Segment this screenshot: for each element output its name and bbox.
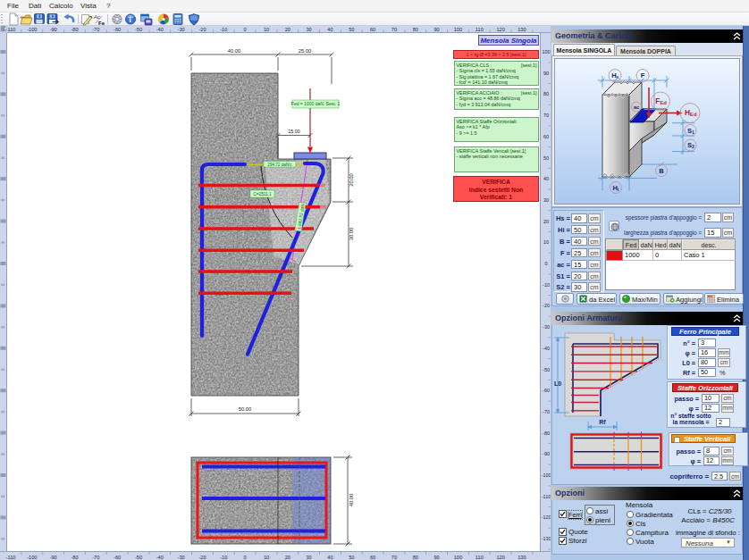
- svg-text:Hs: Hs: [611, 71, 619, 79]
- svg-text:-100: -100: [27, 555, 37, 560]
- svg-text:-50: -50: [543, 367, 550, 372]
- svg-text:60: 60: [370, 27, 375, 32]
- svg-text:70: 70: [391, 555, 397, 560]
- svg-text:-70: -70: [92, 555, 99, 560]
- svg-text:130: 130: [518, 27, 526, 32]
- svg-text:-40: -40: [156, 555, 164, 560]
- svg-text:-10: -10: [220, 27, 227, 32]
- svg-text:Ac: Ac: [93, 14, 100, 20]
- svg-text:B: B: [659, 167, 664, 175]
- svg-text:0: 0: [244, 27, 247, 32]
- svg-text:110: 110: [475, 27, 484, 32]
- svg-text:-30: -30: [178, 555, 185, 560]
- svg-text:-20: -20: [198, 27, 206, 32]
- svg-text:40: 40: [543, 176, 549, 181]
- svg-text:-50: -50: [135, 27, 142, 32]
- svg-text:110: 110: [475, 555, 484, 560]
- svg-text:20.00: 20.00: [349, 173, 354, 187]
- svg-text:50.00: 50.00: [239, 406, 252, 412]
- svg-text:S2: S2: [687, 141, 694, 149]
- svg-text:F: F: [641, 71, 645, 79]
- svg-text:-110: -110: [6, 555, 16, 560]
- svg-text:20: 20: [285, 27, 290, 32]
- svg-text:60: 60: [370, 555, 375, 560]
- svg-text:0: 0: [545, 261, 548, 266]
- svg-text:40.00: 40.00: [349, 494, 354, 507]
- svg-text:30: 30: [306, 27, 311, 32]
- svg-text:15.00: 15.00: [288, 129, 300, 134]
- svg-text:-80: -80: [543, 430, 550, 436]
- svg-text:294.72 daN/c: 294.72 daN/c: [267, 163, 292, 167]
- svg-text:80: 80: [413, 27, 418, 32]
- svg-text:Fe: Fe: [98, 21, 105, 26]
- svg-text:100: 100: [543, 49, 551, 54]
- svg-text:-10: -10: [220, 555, 227, 560]
- svg-text:50: 50: [349, 27, 354, 32]
- svg-text:40.00: 40.00: [228, 48, 241, 54]
- svg-text:25.00: 25.00: [299, 48, 312, 54]
- svg-text:80: 80: [413, 555, 418, 560]
- svg-text:-90: -90: [50, 27, 57, 32]
- svg-text:50: 50: [349, 555, 354, 560]
- svg-text:-100: -100: [542, 472, 551, 478]
- svg-text:ac: ac: [634, 104, 640, 110]
- svg-text:20: 20: [543, 219, 549, 224]
- svg-text:-40: -40: [156, 27, 164, 32]
- svg-text:-110: -110: [6, 27, 16, 32]
- svg-text:120: 120: [496, 555, 504, 560]
- svg-text:100: 100: [454, 555, 462, 560]
- svg-text:S1: S1: [687, 127, 694, 135]
- svg-text:-20: -20: [543, 303, 550, 308]
- svg-text:-30: -30: [543, 324, 550, 330]
- svg-text:100: 100: [454, 27, 462, 32]
- svg-text:70: 70: [391, 27, 397, 32]
- svg-text:-70: -70: [543, 409, 550, 414]
- svg-text:-30: -30: [178, 27, 185, 32]
- svg-text:Fed = 1000 daN, Sest. 1: Fed = 1000 daN, Sest. 1: [291, 101, 341, 106]
- svg-text:90: 90: [543, 71, 549, 76]
- svg-text:70: 70: [543, 113, 549, 118]
- svg-text:20: 20: [285, 555, 290, 560]
- svg-text:30: 30: [543, 197, 549, 203]
- svg-text:40: 40: [327, 555, 332, 560]
- svg-text:-20: -20: [198, 555, 206, 560]
- svg-text:Hi: Hi: [612, 184, 619, 192]
- svg-text:-60: -60: [114, 27, 121, 32]
- svg-text:-50: -50: [135, 555, 142, 560]
- svg-text:0: 0: [244, 555, 247, 560]
- svg-text:HEd: HEd: [685, 108, 697, 117]
- svg-text:30.00: 30.00: [349, 228, 354, 241]
- svg-text:90: 90: [433, 555, 439, 560]
- svg-text:-80: -80: [71, 27, 78, 32]
- svg-text:10: 10: [264, 555, 269, 560]
- svg-text:120: 120: [496, 27, 504, 32]
- svg-text:50: 50: [543, 155, 549, 161]
- svg-text:-100: -100: [27, 27, 37, 32]
- svg-text:-10: -10: [543, 282, 550, 288]
- svg-text:-70: -70: [92, 27, 99, 32]
- svg-text:60: 60: [543, 134, 549, 139]
- svg-text:-90: -90: [50, 555, 57, 560]
- svg-text:FEd: FEd: [655, 96, 667, 105]
- svg-text:90: 90: [433, 27, 439, 32]
- svg-text:C=2511.1: C=2511.1: [253, 192, 272, 196]
- svg-text:30: 30: [306, 555, 311, 560]
- svg-text:Rf: Rf: [599, 419, 606, 425]
- svg-text:80: 80: [543, 91, 549, 96]
- svg-text:-130: -130: [542, 536, 551, 541]
- svg-text:-60: -60: [543, 388, 550, 393]
- svg-text:-110: -110: [542, 494, 551, 499]
- svg-text:40: 40: [327, 27, 332, 32]
- svg-text:10: 10: [264, 27, 269, 32]
- svg-text:130: 130: [518, 555, 526, 560]
- svg-text:-40: -40: [543, 346, 550, 351]
- svg-text:10: 10: [543, 239, 549, 245]
- svg-text:-80: -80: [71, 555, 78, 560]
- svg-text:-120: -120: [542, 514, 551, 520]
- svg-text:-90: -90: [543, 451, 550, 456]
- svg-text:-60: -60: [114, 555, 121, 560]
- svg-text:L0: L0: [554, 380, 561, 387]
